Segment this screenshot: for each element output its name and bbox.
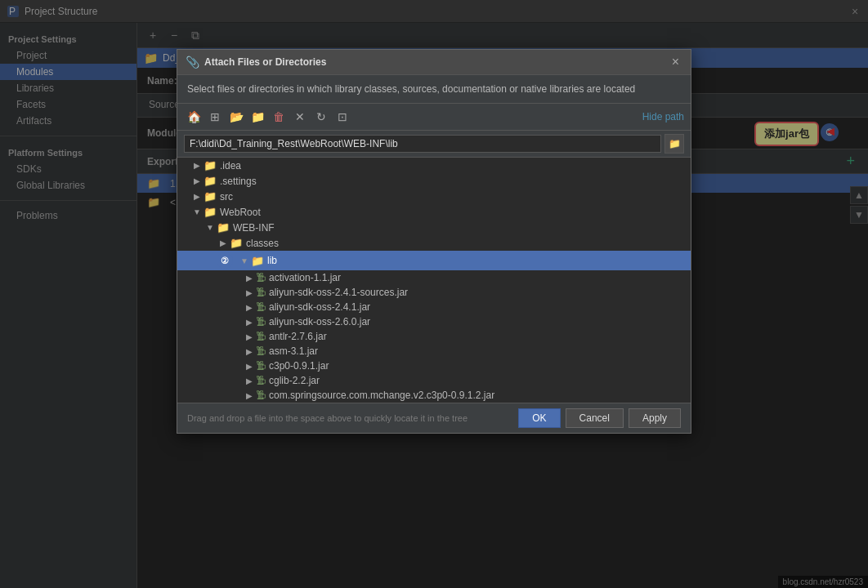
tree-arrow-webinf: ▼ <box>204 223 217 232</box>
tree-arrow-settings: ▶ <box>190 176 204 185</box>
dialog-folder-up-button[interactable]: 📂 <box>226 107 246 127</box>
tree-arrow-cglib: ▶ <box>243 376 256 385</box>
tree-label-webinf: WEB-INF <box>233 222 275 234</box>
tree-label-cglib: cglib-2.2.jar <box>269 375 320 386</box>
tree-file-icon-antlr: 🗜 <box>256 331 266 342</box>
tree-arrow-asm: ▶ <box>243 347 256 356</box>
tree-arrow-lib: ▼ <box>238 256 251 265</box>
tree-folder-icon-idea: 📁 <box>204 159 217 172</box>
path-input-row: 📁 <box>177 131 691 158</box>
tree-arrow-idea: ▶ <box>190 161 204 170</box>
tree-arrow-src: ▶ <box>190 192 204 201</box>
tree-item-springsource[interactable]: ▶ 🗜 com.springsource.com.mchange.v2.c3p0… <box>177 388 691 403</box>
dialog-close-button[interactable]: × <box>669 55 682 69</box>
tree-file-icon-asm: 🗜 <box>256 345 266 357</box>
tree-label-antlr: antlr-2.7.6.jar <box>269 331 327 342</box>
tree-item-webroot[interactable]: ▼ 📁 WebRoot <box>177 204 691 220</box>
tree-label-aliyun-241: aliyun-sdk-oss-2.4.1.jar <box>269 301 370 313</box>
tree-file-icon-aliyun-sources: 🗜 <box>256 287 266 298</box>
tree-label-settings: .settings <box>220 176 257 187</box>
dialog-expand-button[interactable]: ⊡ <box>333 107 352 127</box>
lib-badge: ② <box>217 252 233 269</box>
tree-arrow-antlr: ▶ <box>243 332 256 341</box>
tree-file-icon-cglib: 🗜 <box>256 375 266 386</box>
tree-item-aliyun-241[interactable]: ▶ 🗜 aliyun-sdk-oss-2.4.1.jar <box>177 300 691 314</box>
attach-files-dialog: 📎 Attach Files or Directories × Select f… <box>177 49 691 434</box>
dialog-delete-button[interactable]: 🗑 <box>269 107 289 127</box>
tree-item-cglib[interactable]: ▶ 🗜 cglib-2.2.jar <box>177 373 691 388</box>
dialog-home-button[interactable]: 🏠 <box>184 107 204 127</box>
dialog-refresh-button[interactable]: ↻ <box>311 107 331 127</box>
hide-path-button[interactable]: Hide path <box>642 111 684 122</box>
tree-arrow-c3p0: ▶ <box>243 362 256 371</box>
tree-item-classes[interactable]: ▶ 📁 classes <box>177 235 691 251</box>
dialog-title: Attach Files or Directories <box>204 56 664 68</box>
tree-folder-icon-lib: 📁 <box>251 255 264 267</box>
tree-label-aliyun-260: aliyun-sdk-oss-2.6.0.jar <box>269 316 370 327</box>
tree-folder-icon-webroot: 📁 <box>204 206 217 218</box>
tree-item-webinf[interactable]: ▼ 📁 WEB-INF <box>177 220 691 235</box>
tree-label-classes: classes <box>246 238 279 249</box>
tree-label-src: src <box>220 191 233 203</box>
dialog-title-bar: 📎 Attach Files or Directories × <box>177 50 691 75</box>
tree-item-antlr[interactable]: ▶ 🗜 antlr-2.7.6.jar <box>177 329 691 344</box>
dialog-overlay: 📎 Attach Files or Directories × Select f… <box>0 0 868 588</box>
tree-label-webroot: WebRoot <box>220 207 261 218</box>
tree-arrow-aliyun-241: ▶ <box>243 303 256 312</box>
dialog-description: Select files or directories in which lib… <box>177 75 691 104</box>
tree-file-icon-c3p0: 🗜 <box>256 360 266 372</box>
tree-folder-icon-classes: 📁 <box>230 237 243 249</box>
dialog-title-icon: 📎 <box>186 56 199 69</box>
tree-item-aliyun-260[interactable]: ▶ 🗜 aliyun-sdk-oss-2.6.0.jar <box>177 314 691 329</box>
tree-label-asm: asm-3.1.jar <box>269 345 318 357</box>
tree-folder-icon-webinf: 📁 <box>217 221 230 234</box>
tree-file-icon-activation: 🗜 <box>256 272 266 283</box>
tree-label-activation: activation-1.1.jar <box>269 272 341 283</box>
dialog-toolbar: 🏠 ⊞ 📂 📁 🗑 ✕ ↻ ⊡ Hide path <box>177 104 691 131</box>
tree-file-icon-springsource: 🗜 <box>256 390 266 401</box>
dialog-hint: Drag and drop a file into the space abov… <box>187 413 513 423</box>
tree-arrow-springsource: ▶ <box>243 391 256 400</box>
tree-item-c3p0[interactable]: ▶ 🗜 c3p0-0.9.1.jar <box>177 359 691 373</box>
tree-arrow-classes: ▶ <box>217 238 230 247</box>
cancel-button[interactable]: Cancel <box>566 408 624 428</box>
tree-file-icon-aliyun-241: 🗜 <box>256 301 266 313</box>
tree-arrow-aliyun-260: ▶ <box>243 318 256 327</box>
file-tree[interactable]: ▶ 📁 .idea ▶ 📁 .settings ▶ 📁 src ▼ <box>177 158 691 403</box>
tree-label-c3p0: c3p0-0.9.1.jar <box>269 360 329 372</box>
path-input[interactable] <box>184 135 661 153</box>
dialog-bottom: Drag and drop a file into the space abov… <box>177 403 691 433</box>
tree-arrow-aliyun-sources: ▶ <box>243 288 256 297</box>
tree-item-lib[interactable]: ② ▼ 📁 lib <box>177 251 691 270</box>
tree-arrow-activation: ▶ <box>243 274 256 283</box>
path-browse-button[interactable]: 📁 <box>664 134 684 154</box>
tree-label-idea: .idea <box>220 160 241 172</box>
apply-button[interactable]: Apply <box>629 408 681 428</box>
tree-arrow-webroot: ▼ <box>190 207 204 216</box>
ok-button[interactable]: OK <box>518 408 560 428</box>
tree-item-asm[interactable]: ▶ 🗜 asm-3.1.jar <box>177 344 691 359</box>
tree-item-src[interactable]: ▶ 📁 src <box>177 189 691 204</box>
tree-folder-icon-settings: 📁 <box>204 175 217 187</box>
tree-label-springsource: com.springsource.com.mchange.v2.c3p0-0.9… <box>269 390 494 401</box>
tree-label-lib: lib <box>267 255 277 266</box>
tree-file-icon-aliyun-260: 🗜 <box>256 316 266 327</box>
dialog-close-folder-button[interactable]: ✕ <box>290 107 310 127</box>
tree-item-activation[interactable]: ▶ 🗜 activation-1.1.jar <box>177 270 691 285</box>
tree-item-aliyun-sources[interactable]: ▶ 🗜 aliyun-sdk-oss-2.4.1-sources.jar <box>177 285 691 300</box>
tree-item-idea[interactable]: ▶ 📁 .idea <box>177 158 691 173</box>
tree-label-aliyun-sources: aliyun-sdk-oss-2.4.1-sources.jar <box>269 287 408 298</box>
tree-folder-icon-src: 📁 <box>204 190 217 203</box>
dialog-grid-button[interactable]: ⊞ <box>205 107 225 127</box>
dialog-new-folder-button[interactable]: 📁 <box>248 107 267 127</box>
tree-item-settings[interactable]: ▶ 📁 .settings <box>177 173 691 189</box>
